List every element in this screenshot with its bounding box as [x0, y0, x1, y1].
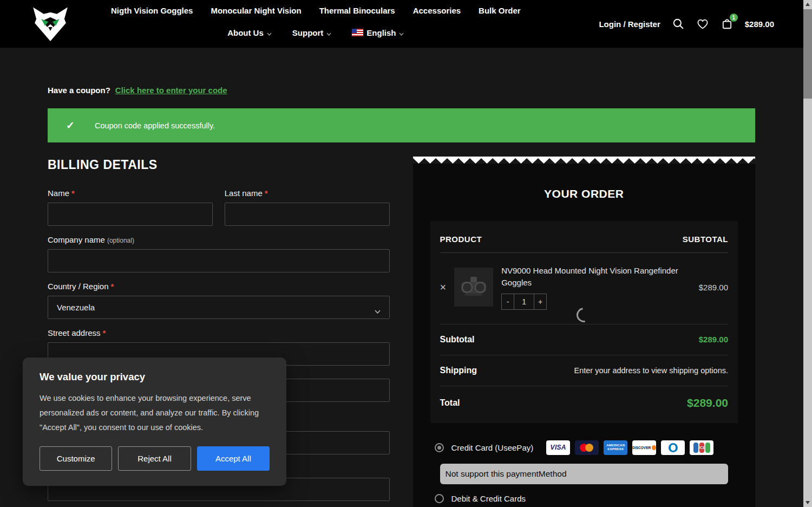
chevron-down-icon	[399, 28, 404, 38]
order-table: PRODUCT SUBTOTAL ×	[430, 221, 738, 423]
amex-icon: AMERICAN EXPRESS	[604, 440, 627, 455]
nav-item-accessories[interactable]: Accessories	[413, 6, 461, 15]
quantity-increase-button[interactable]: +	[534, 294, 547, 310]
required-asterisk: *	[265, 188, 268, 198]
credit-card-label[interactable]: Credit Card (UseePay)	[451, 443, 534, 452]
discover-icon: DISCOVER	[632, 440, 656, 455]
us-flag-icon	[352, 29, 363, 36]
login-register-link[interactable]: Login / Register	[599, 20, 660, 29]
street-label-text: Street address	[48, 328, 101, 337]
coupon-prompt: Have a coupon?	[48, 86, 110, 95]
subtotal-value: $289.00	[699, 335, 728, 344]
product-name[interactable]: NV9000 Head Mounted Night Vision Rangefi…	[501, 265, 685, 289]
cart-icon[interactable]: 1	[721, 17, 734, 30]
night-vision-goggles-image	[454, 268, 493, 307]
name-row: Name* Last name*	[48, 188, 390, 226]
billing-title: BILLING DETAILS	[48, 158, 390, 172]
jcb-text: JCB	[698, 446, 705, 450]
brand-logo[interactable]	[30, 4, 71, 43]
main-nav: Nigth Vision Goggles Monocular Night Vis…	[111, 0, 521, 38]
coupon-success-banner: ✓ Coupon code applied successfully.	[48, 108, 755, 142]
wishlist-heart-icon[interactable]	[696, 17, 709, 30]
diners-club-icon	[661, 440, 685, 455]
owl-logo-icon	[30, 4, 71, 43]
nav-item-thermal-binoculars[interactable]: Thermal Binoculars	[319, 6, 395, 15]
cart-total[interactable]: $289.00	[745, 20, 774, 29]
payment-not-supported-notice: Not support this paymentMethod	[440, 464, 728, 484]
shipping-label: Shipping	[440, 366, 477, 375]
customize-button[interactable]: Customize	[40, 446, 112, 471]
product-thumbnail[interactable]	[454, 268, 493, 307]
name-field-group: Name*	[48, 188, 213, 226]
name-input[interactable]	[48, 203, 213, 226]
debit-credit-radio[interactable]	[435, 494, 444, 503]
company-input[interactable]	[48, 249, 390, 272]
jcb-icon: JCB	[690, 440, 713, 455]
product-column-header: PRODUCT	[440, 235, 482, 244]
product-info: NV9000 Head Mounted Night Vision Rangefi…	[501, 265, 691, 310]
page-scrollbar[interactable]	[803, 0, 812, 507]
credit-card-radio[interactable]	[435, 443, 444, 452]
required-asterisk: *	[111, 282, 114, 291]
country-select[interactable]: Venezuela	[48, 296, 390, 319]
cookie-dialog-buttons: Customize Reject All Accept All	[40, 446, 270, 471]
remove-item-button[interactable]: ×	[440, 282, 447, 292]
header-actions: Login / Register 1 $289.00	[599, 0, 774, 48]
country-label: Country / Region*	[48, 282, 390, 291]
last-name-field-group: Last name*	[225, 188, 390, 226]
subtotal-column-header: SUBTOTAL	[683, 235, 728, 244]
coupon-row: Have a coupon? Click here to enter your …	[48, 86, 812, 95]
chevron-down-icon	[267, 28, 272, 38]
your-order-panel: YOUR ORDER PRODUCT SUBTOTAL ×	[413, 164, 756, 507]
mastercard-icon	[575, 440, 599, 455]
page: Nigth Vision Goggles Monocular Night Vis…	[0, 0, 812, 507]
search-icon[interactable]	[672, 17, 685, 30]
order-title: YOUR ORDER	[413, 187, 756, 200]
total-row: Total $289.00	[440, 386, 729, 420]
order-item-row: ×	[440, 253, 729, 324]
card-brand-icons: VISA AMERICAN EXPRESS DISCOVER JCB	[546, 440, 713, 455]
order-summary-column: YOUR ORDER PRODUCT SUBTOTAL ×	[413, 157, 756, 507]
total-label: Total	[440, 398, 460, 408]
subtotal-row: Subtotal $289.00	[440, 324, 729, 355]
nav-item-about-us[interactable]: About Us	[227, 27, 272, 38]
quantity-decrease-button[interactable]: -	[501, 294, 514, 310]
scroll-up-arrow[interactable]	[803, 0, 812, 9]
last-name-input[interactable]	[225, 203, 390, 226]
coupon-link[interactable]: Click here to enter your code	[115, 86, 227, 95]
shipping-note: Enter your address to view shipping opti…	[574, 366, 728, 375]
accept-all-button[interactable]: Accept All	[197, 446, 270, 471]
visa-icon: VISA	[546, 440, 570, 455]
quantity-value[interactable]: 1	[514, 294, 534, 310]
nav-primary: Nigth Vision Goggles Monocular Night Vis…	[111, 6, 521, 15]
debit-credit-label[interactable]: Debit & Credit Cards	[451, 494, 526, 503]
language-switcher[interactable]: English	[352, 27, 404, 38]
name-label: Name*	[48, 188, 213, 198]
nav-item-monocular-night-vision[interactable]: Monocular Night Vision	[211, 6, 301, 15]
scroll-down-arrow[interactable]	[803, 498, 812, 507]
nav-item-bulk-order[interactable]: Bulk Order	[479, 6, 521, 15]
required-asterisk: *	[71, 188, 75, 198]
cookie-consent-dialog: We value your privacy We use cookies to …	[23, 358, 286, 486]
about-us-label: About Us	[227, 28, 264, 37]
total-value: $289.00	[687, 396, 728, 410]
required-asterisk: *	[103, 328, 106, 337]
cart-count-badge: 1	[730, 14, 738, 22]
payment-methods: Credit Card (UseePay) VISA AMERICAN EXPR…	[430, 436, 738, 507]
cookie-dialog-title: We value your privacy	[40, 371, 270, 383]
reject-all-button[interactable]: Reject All	[118, 446, 191, 471]
nav-item-night-vision-goggles[interactable]: Nigth Vision Goggles	[111, 6, 193, 15]
company-label-text: Company name	[48, 235, 105, 244]
country-field-group: Country / Region* Venezuela	[48, 282, 390, 319]
quantity-stepper: - 1 +	[501, 294, 691, 310]
nav-secondary: About Us Support English	[227, 27, 404, 38]
last-name-label-text: Last name	[225, 188, 263, 198]
scrollbar-thumb[interactable]	[803, 9, 812, 99]
order-table-header: PRODUCT SUBTOTAL	[440, 230, 729, 253]
nav-item-support[interactable]: Support	[292, 27, 332, 38]
credit-card-option: Credit Card (UseePay) VISA AMERICAN EXPR…	[430, 436, 738, 459]
check-icon: ✓	[66, 119, 75, 132]
language-label: English	[366, 28, 396, 37]
last-name-label: Last name*	[225, 188, 390, 198]
country-selected-value: Venezuela	[57, 303, 95, 312]
